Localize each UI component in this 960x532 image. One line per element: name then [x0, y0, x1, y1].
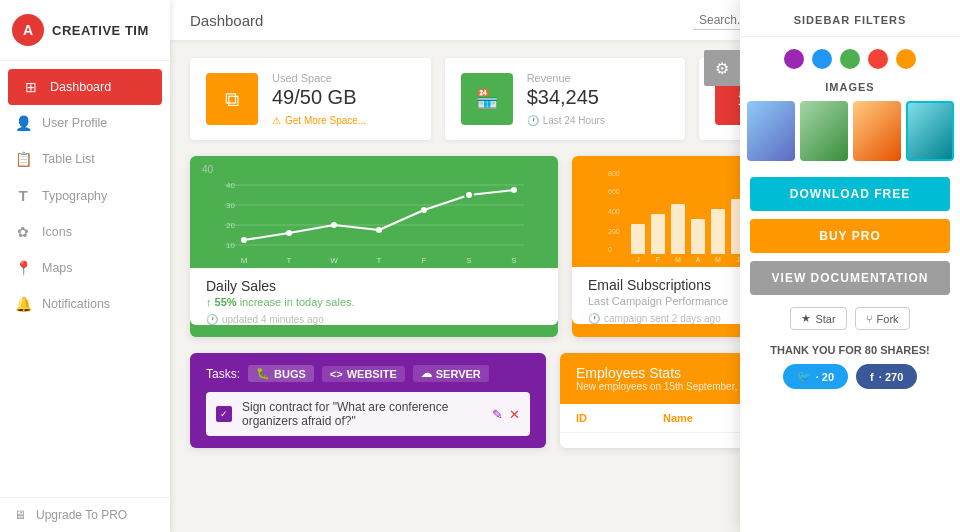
filter-img-person[interactable]: [853, 101, 901, 161]
sidebar-item-maps[interactable]: 📍 Maps: [0, 250, 170, 286]
twitter-icon: 🐦: [797, 370, 811, 383]
revenue-icon: 🏪: [461, 73, 513, 125]
bugs-icon: 🐛: [256, 367, 270, 380]
color-dot-red[interactable]: [868, 49, 888, 69]
svg-rect-31: [711, 209, 725, 254]
filter-images-title: IMAGES: [740, 81, 960, 101]
stat-revenue-value: $34,245: [527, 86, 670, 109]
sidebar-item-table-list-label: Table List: [42, 152, 95, 166]
tasks-header: Tasks: 🐛 BUGS <> WEBSITE ☁ SERVER: [206, 365, 530, 382]
upgrade-icon: 🖥: [14, 508, 26, 522]
svg-text:M: M: [241, 256, 248, 265]
sidebar-logo: A CREATIVE TIM: [0, 0, 170, 61]
task-text-0: Sign contract for "What are conference o…: [242, 400, 482, 428]
svg-text:M: M: [675, 256, 681, 263]
filter-panel-title: SIDEBAR FILTERS: [740, 0, 960, 37]
stat-storage-value: 49/50 GB: [272, 86, 415, 109]
task-tag-bugs[interactable]: 🐛 BUGS: [248, 365, 314, 382]
sidebar-item-dashboard[interactable]: ⊞ Dashboard: [8, 69, 162, 105]
sidebar-item-user-profile[interactable]: 👤 User Profile: [0, 105, 170, 141]
svg-text:600: 600: [608, 188, 620, 195]
color-dot-green[interactable]: [840, 49, 860, 69]
github-star-button[interactable]: ★ Star: [790, 307, 846, 330]
svg-text:M: M: [715, 256, 721, 263]
task-tag-server[interactable]: ☁ SERVER: [413, 365, 489, 382]
svg-rect-30: [691, 219, 705, 254]
user-icon: 👤: [14, 115, 32, 131]
sidebar-item-table-list[interactable]: 📋 Table List: [0, 141, 170, 177]
col-id: ID: [576, 412, 663, 424]
buy-pro-button[interactable]: BUY PRO: [750, 219, 950, 253]
svg-text:0: 0: [608, 246, 612, 253]
upgrade-button[interactable]: 🖥 Upgrade To PRO: [14, 508, 156, 522]
github-star-icon: ★: [801, 312, 811, 325]
facebook-share-button[interactable]: f · 270: [856, 364, 917, 389]
sidebar-item-maps-label: Maps: [42, 261, 73, 275]
svg-rect-27: [631, 224, 645, 254]
download-free-button[interactable]: DOWNLOAD FREE: [750, 177, 950, 211]
sidebar-item-notifications[interactable]: 🔔 Notifications: [0, 286, 170, 322]
stat-card-revenue: 🏪 Revenue $34,245 🕐 Last 24 Hours: [445, 58, 686, 140]
server-icon: ☁: [421, 367, 432, 380]
filter-img-forest[interactable]: [800, 101, 848, 161]
website-label: WEBSITE: [347, 368, 397, 380]
svg-text:30: 30: [226, 201, 235, 210]
svg-point-10: [331, 222, 337, 228]
facebook-icon: f: [870, 371, 874, 383]
svg-point-8: [241, 237, 247, 243]
sidebar-item-notifications-label: Notifications: [42, 297, 110, 311]
filter-thanks-text: THANK YOU FOR 80 SHARES!: [740, 338, 960, 364]
filter-img-phone[interactable]: [906, 101, 954, 161]
stat-revenue-content: Revenue $34,245 🕐 Last 24 Hours: [527, 72, 670, 126]
svg-text:W: W: [330, 256, 338, 265]
delete-icon[interactable]: ✕: [509, 407, 520, 422]
svg-text:400: 400: [608, 208, 620, 215]
daily-sales-title: Daily Sales: [206, 278, 542, 294]
tasks-title: Tasks:: [206, 367, 240, 381]
gear-button[interactable]: ⚙: [704, 50, 740, 86]
twitter-count: · 20: [816, 371, 834, 383]
twitter-share-button[interactable]: 🐦 · 20: [783, 364, 848, 389]
stat-storage-label: Used Space: [272, 72, 415, 84]
svg-text:10: 10: [226, 241, 235, 250]
svg-point-11: [376, 227, 382, 233]
stat-revenue-label: Revenue: [527, 72, 670, 84]
page-title: Dashboard: [190, 12, 681, 29]
sidebar-item-typography[interactable]: T Typography: [0, 177, 170, 214]
view-documentation-button[interactable]: VIEW DOCUMENTATION: [750, 261, 950, 295]
github-fork-label: Fork: [877, 313, 899, 325]
clock-icon: 🕐: [527, 115, 539, 126]
sidebar-item-icons[interactable]: ✿ Icons: [0, 214, 170, 250]
col-name: Name: [663, 412, 750, 424]
color-dot-blue[interactable]: [812, 49, 832, 69]
edit-icon[interactable]: ✎: [492, 407, 503, 422]
svg-point-13: [465, 191, 473, 199]
typography-icon: T: [14, 187, 32, 204]
sidebar-item-user-profile-label: User Profile: [42, 116, 107, 130]
storage-icon: ⧉: [206, 73, 258, 125]
svg-rect-28: [651, 214, 665, 254]
github-fork-button[interactable]: ⑂ Fork: [855, 307, 910, 330]
sidebar-item-icons-label: Icons: [42, 225, 72, 239]
task-checkbox-0[interactable]: ✓: [216, 406, 232, 422]
svg-text:800: 800: [608, 170, 620, 177]
sidebar-bottom: 🖥 Upgrade To PRO: [0, 497, 170, 532]
task-tag-website[interactable]: <> WEBSITE: [322, 366, 405, 382]
clock-icon-small: 🕐: [206, 314, 218, 325]
github-star-label: Star: [815, 313, 835, 325]
svg-text:40: 40: [226, 181, 235, 190]
tasks-card: Tasks: 🐛 BUGS <> WEBSITE ☁ SERVER: [190, 353, 546, 448]
svg-text:J: J: [636, 256, 640, 263]
filter-img-mountain[interactable]: [747, 101, 795, 161]
color-dot-purple[interactable]: [784, 49, 804, 69]
color-dot-orange[interactable]: [896, 49, 916, 69]
daily-sales-updated: 🕐 updated 4 minutes ago: [206, 314, 542, 325]
filter-colors: [740, 37, 960, 81]
filter-panel: SIDEBAR FILTERS IMAGES DOWNLOAD FREE BUY…: [740, 0, 960, 532]
upgrade-label: Upgrade To PRO: [36, 508, 127, 522]
stat-card-storage: ⧉ Used Space 49/50 GB ⚠ Get More Space..…: [190, 58, 431, 140]
logo-icon: A: [12, 14, 44, 46]
filter-github-buttons: ★ Star ⑂ Fork: [740, 299, 960, 338]
svg-point-12: [421, 207, 427, 213]
svg-text:S: S: [511, 256, 516, 265]
